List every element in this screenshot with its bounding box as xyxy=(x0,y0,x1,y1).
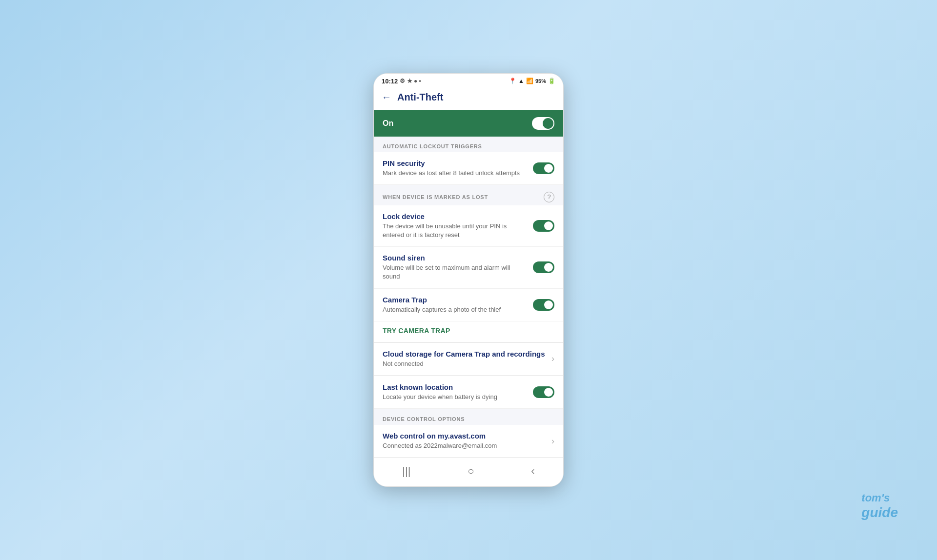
pin-security-desc: Mark device as lost after 8 failed unloc… xyxy=(383,169,527,178)
lock-device-content: Lock device The device will be unusable … xyxy=(383,212,533,240)
pin-security-toggle[interactable] xyxy=(533,162,554,174)
back-nav-button[interactable]: ‹ xyxy=(521,463,544,480)
watermark-line1: tom's xyxy=(861,492,898,504)
last-location-toggle[interactable] xyxy=(533,386,554,398)
auto-lockout-label: AUTOMATIC LOCKOUT TRIGGERS xyxy=(383,143,482,149)
camera-trap-toggle[interactable] xyxy=(533,299,554,311)
camera-trap-item[interactable]: Camera Trap Automatically captures a pho… xyxy=(374,289,563,321)
web-control-title: Web control on my.avast.com xyxy=(383,432,546,440)
status-right-icons: 📍 ▲ 📶 95% 🔋 xyxy=(509,78,555,84)
sound-siren-title: Sound siren xyxy=(383,254,527,262)
signal-icon: 📶 xyxy=(526,78,533,84)
last-location-desc: Locate your device when battery is dying xyxy=(383,393,527,401)
pin-security-title: PIN security xyxy=(383,159,527,167)
lock-device-item[interactable]: Lock device The device will be unusable … xyxy=(374,205,563,247)
wifi-icon: ▲ xyxy=(518,78,524,84)
try-camera-trap-button[interactable]: TRY CAMERA TRAP xyxy=(383,327,450,335)
device-control-label: DEVICE CONTROL OPTIONS xyxy=(383,416,465,422)
scroll-area: AUTOMATIC LOCKOUT TRIGGERS PIN security … xyxy=(374,137,563,458)
help-icon[interactable]: ? xyxy=(544,192,554,202)
camera-trap-title: Camera Trap xyxy=(383,296,527,304)
camera-trap-content: Camera Trap Automatically captures a pho… xyxy=(383,296,533,314)
watermark-line2: guide xyxy=(861,504,898,521)
battery-icon: 🔋 xyxy=(548,78,555,84)
cloud-storage-desc: Not connected xyxy=(383,360,546,368)
lock-device-title: Lock device xyxy=(383,212,527,220)
last-location-title: Last known location xyxy=(383,383,527,391)
sound-siren-item[interactable]: Sound siren Volume will be set to maximu… xyxy=(374,247,563,288)
page-title: Anti-Theft xyxy=(397,92,443,103)
cloud-storage-chevron: › xyxy=(551,354,554,364)
cloud-storage-title: Cloud storage for Camera Trap and record… xyxy=(383,350,546,358)
battery-display: 95% xyxy=(535,78,546,84)
location-icon: 📍 xyxy=(509,78,516,84)
pin-security-item[interactable]: PIN security Mark device as lost after 8… xyxy=(374,152,563,185)
status-time: 10:12 ⚙ ★ ● • xyxy=(382,78,421,85)
watermark: tom's guide xyxy=(861,492,898,521)
sound-siren-toggle[interactable] xyxy=(533,261,554,273)
web-control-content: Web control on my.avast.com Connected as… xyxy=(383,432,551,450)
sound-siren-desc: Volume will be set to maximum and alarm … xyxy=(383,263,527,281)
last-location-content: Last known location Locate your device w… xyxy=(383,383,533,401)
home-button[interactable]: ○ xyxy=(458,463,484,480)
camera-trap-desc: Automatically captures a photo of the th… xyxy=(383,305,527,314)
status-bar: 10:12 ⚙ ★ ● • 📍 ▲ 📶 95% 🔋 xyxy=(374,74,563,87)
bottom-nav: ||| ○ ‹ xyxy=(374,458,563,486)
last-location-item[interactable]: Last known location Locate your device w… xyxy=(374,376,563,409)
web-control-item[interactable]: Web control on my.avast.com Connected as… xyxy=(374,425,563,458)
cloud-storage-content: Cloud storage for Camera Trap and record… xyxy=(383,350,551,368)
master-toggle-bar: On xyxy=(374,110,563,137)
recent-apps-button[interactable]: ||| xyxy=(392,463,420,480)
lock-device-desc: The device will be unusable until your P… xyxy=(383,222,527,240)
web-control-desc: Connected as 2022malware@email.com xyxy=(383,441,546,450)
when-lost-label: WHEN DEVICE IS MARKED AS LOST xyxy=(383,194,488,200)
lock-device-toggle[interactable] xyxy=(533,220,554,232)
try-camera-trap-section: TRY CAMERA TRAP xyxy=(374,321,563,342)
web-control-chevron: › xyxy=(551,436,554,446)
phone-frame: 10:12 ⚙ ★ ● • 📍 ▲ 📶 95% 🔋 ← Anti-Theft O… xyxy=(373,73,564,487)
master-toggle-label: On xyxy=(383,119,393,128)
pin-security-content: PIN security Mark device as lost after 8… xyxy=(383,159,533,178)
auto-lockout-section-header: AUTOMATIC LOCKOUT TRIGGERS xyxy=(374,137,563,152)
time-display: 10:12 xyxy=(382,78,398,85)
master-toggle[interactable] xyxy=(532,117,554,130)
status-system-icons: ⚙ ★ ● • xyxy=(400,78,421,84)
app-bar: ← Anti-Theft xyxy=(374,87,563,110)
when-lost-section-header: WHEN DEVICE IS MARKED AS LOST ? xyxy=(374,185,563,205)
back-button[interactable]: ← xyxy=(382,92,391,103)
cloud-storage-item[interactable]: Cloud storage for Camera Trap and record… xyxy=(374,343,563,376)
sound-siren-content: Sound siren Volume will be set to maximu… xyxy=(383,254,533,281)
device-control-section-header: DEVICE CONTROL OPTIONS xyxy=(374,409,563,425)
